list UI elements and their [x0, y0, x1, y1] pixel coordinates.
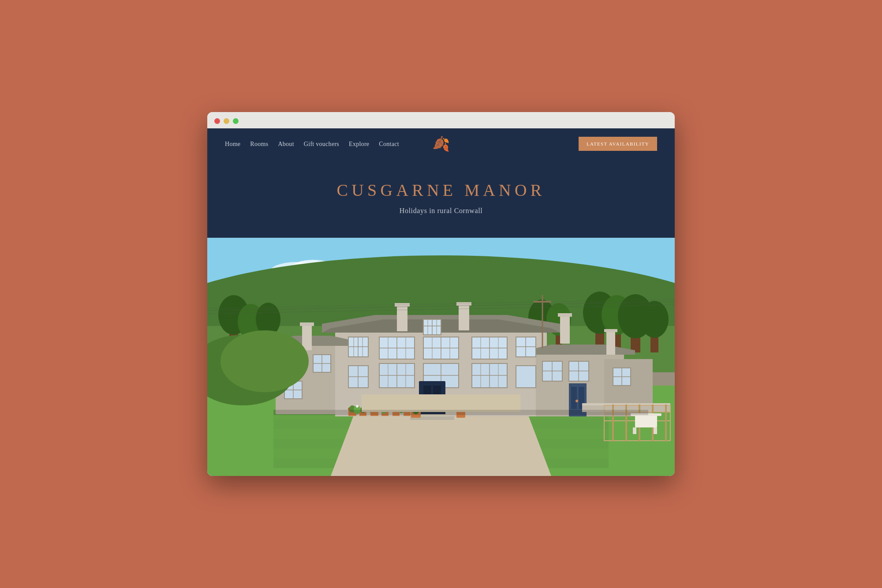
svg-rect-49	[456, 302, 471, 306]
nav-about[interactable]: About	[278, 141, 294, 147]
svg-point-126	[576, 400, 578, 402]
main-nav: Home Rooms About Gift vouchers Explore C…	[225, 140, 399, 148]
nav-explore[interactable]: Explore	[349, 141, 369, 147]
svg-rect-48	[459, 304, 469, 330]
svg-rect-163	[633, 427, 636, 434]
hero-text-section: CUSGARNE MANOR Holidays in rural Cornwal…	[207, 159, 675, 238]
svg-rect-166	[273, 410, 648, 415]
nav-home[interactable]: Home	[225, 141, 240, 147]
leaf-icon: 🍂	[432, 137, 450, 151]
svg-rect-46	[397, 305, 407, 331]
site-tagline: Holidays in rural Cornwall	[225, 207, 657, 215]
site-title: CUSGARNE MANOR	[225, 180, 657, 200]
svg-rect-124	[571, 387, 577, 409]
svg-point-20	[640, 301, 669, 338]
site-header: Home Rooms About Gift vouchers Explore C…	[207, 128, 675, 159]
svg-rect-53	[604, 329, 617, 332]
svg-rect-45	[300, 322, 314, 326]
nav-gift-vouchers[interactable]: Gift vouchers	[304, 141, 339, 147]
nav-contact[interactable]: Contact	[379, 141, 399, 147]
hero-image	[207, 238, 675, 476]
svg-point-168	[220, 330, 309, 392]
minimize-icon[interactable]	[224, 118, 229, 124]
svg-rect-164	[654, 427, 657, 434]
close-icon[interactable]	[214, 118, 220, 124]
site-content: Home Rooms About Gift vouchers Explore C…	[207, 128, 675, 476]
availability-button[interactable]: LATEST AVAILABILITY	[579, 137, 657, 151]
svg-rect-52	[606, 330, 615, 355]
svg-point-152	[356, 405, 359, 408]
manor-illustration	[207, 238, 675, 476]
nav-rooms[interactable]: Rooms	[250, 141, 268, 147]
svg-rect-50	[560, 315, 570, 344]
maximize-icon[interactable]	[233, 118, 239, 124]
svg-rect-98	[516, 366, 536, 388]
svg-rect-44	[302, 324, 312, 350]
logo: 🍂	[432, 137, 450, 151]
svg-rect-161	[635, 414, 657, 427]
browser-window: Home Rooms About Gift vouchers Explore C…	[207, 112, 675, 476]
svg-rect-165	[362, 394, 520, 412]
svg-rect-51	[558, 313, 572, 317]
browser-chrome	[207, 112, 675, 128]
